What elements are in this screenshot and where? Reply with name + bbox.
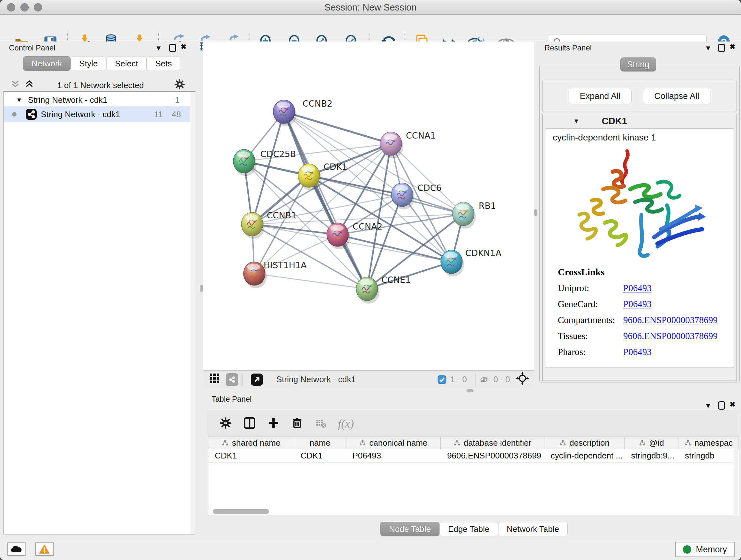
cloud-status-button[interactable] [7, 543, 25, 556]
table-cell[interactable]: 9606.ENSP00000378699 [441, 449, 544, 462]
grid-view-button[interactable] [209, 373, 220, 386]
network-canvas[interactable]: CCNB2CCNA1CDC25BCDK1CDC6RB1CCNB1CCNA2CDK… [203, 42, 534, 370]
table-panel-title: Table Panel [212, 395, 252, 403]
right-splitter-grip[interactable] [534, 209, 537, 216]
node-CDC6[interactable] [391, 183, 414, 209]
table-panel-menu-button[interactable]: ▼ [704, 402, 712, 409]
node-CDK1[interactable] [298, 164, 321, 190]
column-header-name[interactable]: name [294, 437, 346, 449]
table-cell[interactable]: stringdb [678, 449, 739, 462]
tab-network-table[interactable]: Network Table [498, 522, 568, 537]
table-cell[interactable]: cyclin-dependent ... [544, 449, 625, 462]
memory-status-button[interactable]: Memory [675, 542, 735, 557]
network-collection-row[interactable]: ▼ String Network - cdk1 1 [4, 93, 191, 107]
node-CCNB2[interactable] [273, 100, 296, 126]
crosslink-link[interactable]: P06493 [623, 299, 652, 309]
tab-edge-table[interactable]: Edge Table [440, 522, 498, 537]
node-label-CDK1: CDK1 [324, 162, 347, 172]
gene-name: CDK1 [602, 116, 627, 126]
detach-view-button[interactable] [251, 374, 263, 386]
table-cell[interactable]: CDK1 [294, 449, 346, 462]
results-panel-float-button[interactable] [718, 44, 725, 52]
left-splitter-grip[interactable] [200, 285, 203, 292]
collection-expand-arrow[interactable]: ▼ [16, 97, 22, 104]
cloud-icon [10, 544, 23, 554]
node-CDKN1A[interactable] [441, 250, 464, 276]
table-options-button[interactable] [219, 417, 232, 431]
collapse-all-button[interactable]: Collapse All [643, 88, 711, 105]
node-RB1[interactable] [453, 202, 476, 229]
hidden-eye-slash-icon[interactable] [479, 375, 490, 384]
function-builder-button[interactable]: f(x) [338, 417, 354, 430]
column-header-label: description [569, 438, 610, 448]
table-cell[interactable]: P06493 [346, 449, 441, 462]
application-window: Session: New Session [0, 0, 741, 560]
table-row[interactable]: CDK1CDK1P064939606.ENSP00000378699cyclin… [208, 449, 739, 462]
column-header-database-identifier[interactable]: database identifier [441, 437, 544, 449]
column-header-label: shared name [232, 438, 280, 448]
edge-HIST1H1A-CCNE1[interactable] [254, 273, 367, 289]
column-header-namespac[interactable]: namespac [678, 437, 739, 449]
table-horizontal-scrollbar[interactable] [213, 509, 269, 514]
column-header-description[interactable]: description [544, 437, 625, 449]
node-CDC25B[interactable] [233, 149, 257, 176]
expand-all-button[interactable]: Expand All [569, 88, 632, 105]
collapse-arrow-icon[interactable]: ▼ [573, 118, 580, 125]
table-panel-float-button[interactable] [718, 401, 725, 410]
expand-all-tree-button[interactable] [25, 80, 34, 89]
edge-CCNB2-RB1[interactable] [284, 112, 463, 214]
results-panel-menu-button[interactable]: ▼ [704, 45, 712, 52]
table-vertical-scrollbar[interactable] [734, 437, 738, 515]
crosslink-link[interactable]: 9606.ENSP00000378699 [623, 331, 718, 341]
create-column-button[interactable] [267, 417, 280, 431]
crosslink-link[interactable]: P06493 [623, 347, 652, 357]
edge-CCNB2-CCNA1[interactable] [284, 112, 391, 144]
network-options-button[interactable] [174, 78, 185, 91]
crosslink-link[interactable]: P06493 [623, 283, 652, 294]
network-overview-button[interactable] [226, 373, 239, 386]
edge-CCNB1-CCNA2[interactable] [252, 224, 338, 235]
hidden-count: 0 - 0 [493, 374, 510, 384]
memory-status-dot [683, 545, 691, 554]
node-CCNA2[interactable] [327, 223, 350, 249]
control-panel-menu-button[interactable]: ▼ [155, 45, 162, 52]
column-header-canonical-name[interactable]: canonical name [346, 437, 441, 449]
collapse-all-tree-button[interactable] [11, 80, 20, 89]
table-cell[interactable]: stringdb:9... [624, 449, 678, 462]
column-header-shared-name[interactable]: shared name [208, 437, 294, 449]
attribute-icon [359, 440, 366, 446]
node-label-CCNA1: CCNA1 [406, 131, 436, 140]
edge-CCNA1-HIST1H1A[interactable] [254, 144, 391, 273]
node-result-header[interactable]: ▼ CDK1 [542, 114, 737, 128]
network-view-title: String Network - cdk1 [276, 374, 356, 384]
table-cell[interactable]: CDK1 [208, 449, 294, 462]
network-selection-status: 1 of 1 Network selected [48, 80, 153, 90]
network-row[interactable]: String Network - cdk1 11 48 [4, 106, 191, 122]
control-panel-close-button[interactable]: ✖ [181, 44, 186, 51]
control-panel-float-button[interactable] [169, 44, 176, 52]
warning-status-button[interactable] [35, 543, 54, 556]
selected-checkbox-icon[interactable] [437, 375, 447, 384]
column-header-id[interactable]: @id [624, 437, 678, 449]
node-CCNA1[interactable] [380, 132, 403, 159]
crosslink-link[interactable]: 9606.ENSP00000378699 [623, 315, 718, 325]
tab-node-table[interactable]: Node Table [381, 522, 440, 537]
birds-eye-toggle-button[interactable] [516, 372, 529, 387]
tree-scrollbar[interactable] [190, 92, 195, 534]
collection-count: 1 [175, 95, 180, 105]
delete-table-button[interactable] [314, 417, 327, 431]
horizontal-splitter-grip[interactable] [467, 389, 474, 392]
show-columns-button[interactable] [243, 416, 256, 431]
warning-icon [38, 544, 51, 555]
table-panel-close-button[interactable]: ✖ [730, 401, 735, 408]
network-tree: ▼ String Network - cdk1 1 String Network… [3, 91, 195, 535]
delete-column-button[interactable] [291, 417, 304, 431]
results-panel-close-button[interactable]: ✖ [730, 44, 735, 51]
edge-CCNB2-CCNB1[interactable] [252, 112, 284, 224]
tab-string[interactable]: String [620, 57, 656, 71]
tab-style[interactable]: Style [71, 56, 106, 71]
tab-sets[interactable]: Sets [146, 56, 180, 71]
tab-network[interactable]: Network [23, 56, 71, 71]
tab-select[interactable]: Select [106, 56, 146, 71]
node-label-CCNB2: CCNB2 [302, 99, 333, 109]
